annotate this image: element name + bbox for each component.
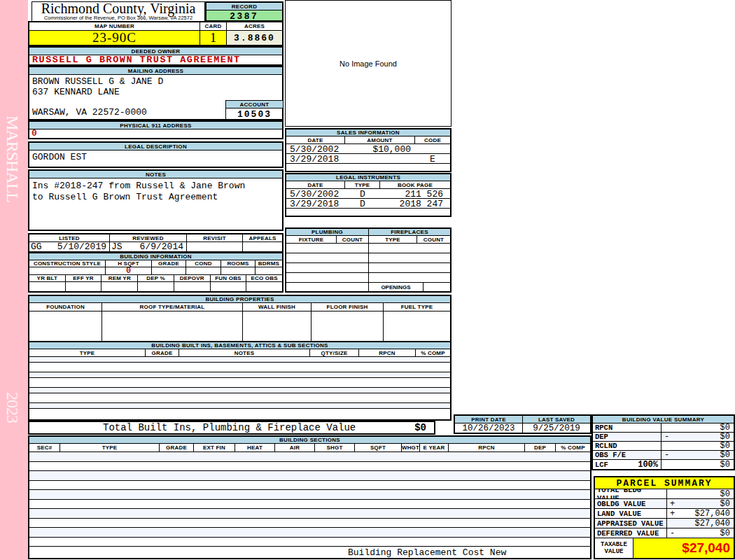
roof-label: ROOF TYPE/MATERIAL [102, 303, 243, 311]
mailing-line-2: 637 KENNARD LANE [32, 87, 120, 97]
parcel-value: $0 [720, 489, 730, 498]
bvs-label: RPCN [593, 424, 662, 432]
legal-instruments-title: LEGAL INSTRUMENTS [286, 174, 450, 181]
sec-extfin-label: EXT FIN [194, 444, 235, 451]
parcel-value: $27,040 [695, 519, 730, 528]
legal-description-value: GORDON EST [29, 150, 282, 162]
last-saved-value: 9/25/2019 [523, 424, 590, 433]
parcel-row: OBLDG VALUE + $0 [595, 499, 734, 509]
section-row [29, 528, 590, 538]
no-image-message: No Image Found [340, 59, 397, 68]
revisit-label: REVISIT [187, 234, 243, 241]
dep-pct-value [138, 282, 174, 291]
section-row [29, 490, 590, 500]
commissioner-line: Commissioner of the Revenue, PO Box 366,… [32, 15, 204, 21]
section-row [29, 462, 590, 472]
grade-label: GRADE [152, 260, 186, 267]
parcel-value: $0 [720, 499, 730, 508]
parcel-label: APPRAISED VALUE [595, 519, 667, 528]
bvs-value: $0 [720, 424, 730, 432]
deeded-owner-value: RUSSELL G BROWN TRUST AGREEMENT [29, 55, 282, 64]
taxable-row: TAXABLE VALUE $27,040 [595, 538, 734, 558]
listed-date: 5/10/2019 [57, 242, 106, 251]
print-date-label: PRINT DATE [455, 416, 523, 423]
fireplace-type-label: TYPE [369, 236, 417, 243]
sales-row-empty [286, 164, 450, 171]
bvs-op: - [664, 433, 669, 441]
sec-dep-label: DEP [525, 444, 556, 451]
builtin-row [29, 409, 450, 419]
mailing-line-3: WARSAW, VA 22572-0000 [32, 107, 147, 118]
mailing-line-1: BROWN RUSSELL G & JANE D [32, 76, 163, 87]
bdrms-value [255, 267, 282, 274]
fireplace-row [369, 244, 450, 253]
building-information-box: BUILDING INFORMATION CONSTRUCTION STYLE … [28, 252, 284, 293]
sales-date-label: DATE [286, 136, 345, 144]
hsqft-label: H SQFT [106, 260, 152, 267]
acres-value: 3.8860 [227, 31, 282, 45]
physical-address-box: PHYSICAL 911 ADDRESS 0 [28, 120, 284, 139]
record-label: RECORD [206, 3, 282, 10]
built-ins-box: BUILDING BUILT INS, BASEMENTS, ATTICS & … [28, 341, 451, 421]
county-title: Richmond County, Virginia [32, 2, 204, 15]
bdrms-label: BDRMS [255, 260, 282, 267]
instrument-bookpage: 2018 247 [380, 199, 450, 208]
physical-address-value: 0 [29, 130, 282, 138]
builtin-notes-label: NOTES [179, 349, 310, 356]
instrument-bookpage-label: BOOK PAGE [380, 181, 450, 188]
parcel-op: + [670, 509, 675, 518]
funobs-value [211, 282, 247, 291]
ecoobs-label: ECO OBS [246, 275, 282, 281]
listed-label: LISTED [29, 234, 110, 241]
fireplaces-panel: FIREPLACES TYPE COUNT OPENINGS [369, 229, 450, 291]
parcel-row: APPRAISED VALUE $27,040 [595, 519, 734, 528]
map-card-acres-box: MAP NUMBER CARD ACRES 23-90C 1 3.8860 [28, 21, 284, 46]
roof-value [102, 312, 243, 342]
effyr-label: EFF YR [66, 275, 102, 281]
parcel-op: + [670, 499, 675, 508]
building-information-title: BUILDING INFORMATION [29, 253, 282, 260]
record-box: RECORD 2387 [205, 1, 284, 22]
notes-line-1: Ins #2018-247 from Russell & Jane Brown [32, 181, 282, 192]
legal-description-label: LEGAL DESCRIPTION [29, 143, 282, 150]
parcel-label: LAND VALUE [595, 509, 667, 518]
print-info-box: PRINT DATE LAST SAVED 10/26/2023 9/25/20… [454, 414, 592, 434]
instrument-row: 3/29/2018 D 2018 247 [286, 199, 450, 209]
foundation-value [29, 312, 102, 342]
builtin-row [29, 388, 450, 393]
remyr-value [102, 282, 138, 291]
rooms-value [221, 267, 255, 274]
building-replacement-footer: Building Replacement Cost New [29, 547, 590, 559]
fixture-label: FIXTURE [286, 236, 337, 243]
wall-finish-value [243, 312, 312, 342]
notes-box: NOTES Ins #2018-247 from Russell & Jane … [28, 169, 284, 231]
bvs-lcf-pct: 100% [638, 460, 658, 469]
sec-eyear-label: E YEAR [420, 444, 449, 451]
fuel-type-label: FUEL TYPE [384, 303, 450, 311]
plumbing-row [286, 263, 368, 273]
builtin-row [29, 378, 450, 388]
mailing-address-box: MAILING ADDRESS BROWN RUSSELL G & JANE D… [28, 66, 284, 120]
listed-by: GG [31, 242, 42, 251]
instrument-row: 5/30/2002 D 211 526 [286, 189, 450, 199]
sec-heat-label: HEAT [235, 444, 275, 451]
record-value: 2387 [206, 10, 282, 20]
sec-shgt-label: SHGT [315, 444, 355, 451]
building-properties-title: BUILDING PROPERTIES [29, 296, 450, 303]
parcel-label: DEFERRED VALUE [595, 528, 667, 538]
sales-information-box: SALES INFORMATION DATE AMOUNT CODE 5/30/… [285, 128, 451, 172]
sales-code-label: CODE [415, 136, 450, 144]
builtin-row [29, 357, 450, 363]
building-sections-title: BUILDING SECTIONS [29, 437, 590, 444]
acres-label: ACRES [227, 22, 282, 30]
cond-value [186, 267, 221, 274]
section-row [29, 509, 590, 519]
account-label: ACCOUNT [226, 101, 283, 108]
notes-label: NOTES [29, 171, 282, 178]
bvs-row: LCF 100% $0 [593, 460, 734, 469]
county-header: Richmond County, Virginia Commissioner o… [31, 1, 205, 22]
builtin-grade-label: GRADE [146, 349, 179, 356]
taxable-label: TAXABLE VALUE [595, 538, 634, 558]
dep-pct-label: DEP % [138, 275, 174, 281]
builtin-comp-label: % COMP [416, 349, 450, 356]
